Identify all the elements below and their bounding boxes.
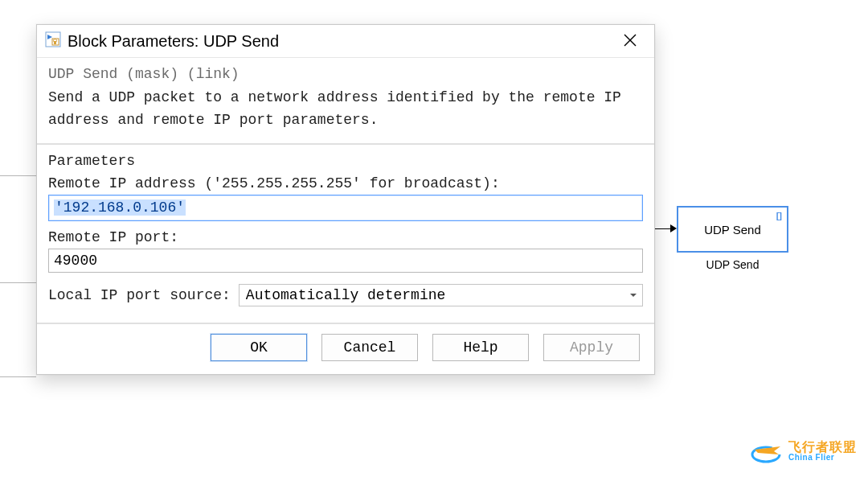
- canvas-line: [0, 175, 36, 176]
- parameters-section: Parameters Remote IP address ('255.255.2…: [37, 145, 654, 324]
- logo-text-cn: 飞行者联盟: [788, 441, 857, 454]
- block-inner-label: UDP Send: [704, 223, 761, 236]
- ok-button[interactable]: OK: [211, 334, 307, 361]
- dialog-title: Block Parameters: UDP Send: [68, 32, 279, 51]
- udp-send-block[interactable]: [] UDP Send: [677, 206, 788, 253]
- remote-ip-input[interactable]: '192.168.0.106': [48, 195, 643, 221]
- canvas-line: [0, 376, 36, 377]
- watermark-logo: 飞行者联盟 China Flier: [750, 438, 857, 464]
- block-name-label: UDP Send: [677, 258, 788, 271]
- remote-port-label: Remote IP port:: [48, 229, 643, 245]
- local-port-source-label: Local IP port source:: [48, 287, 231, 303]
- block-parameters-dialog: Block Parameters: UDP Send UDP Send (mas…: [36, 24, 655, 375]
- cancel-button[interactable]: Cancel: [321, 334, 418, 361]
- plane-icon: [750, 438, 784, 464]
- remote-port-row: Remote IP port:: [48, 229, 643, 273]
- mask-info-section: UDP Send (mask) (link) Send a UDP packet…: [37, 58, 654, 145]
- local-port-source-row: Local IP port source: Automatically dete…: [48, 284, 643, 306]
- dialog-icon: [45, 31, 61, 51]
- remote-ip-label: Remote IP address ('255.255.255.255' for…: [48, 175, 643, 191]
- mask-type-line: UDP Send (mask) (link): [48, 66, 643, 82]
- parameters-heading: Parameters: [48, 153, 643, 169]
- dialog-titlebar[interactable]: Block Parameters: UDP Send: [37, 25, 654, 58]
- logo-text-en: China Flier: [788, 454, 857, 462]
- block-input-line: [655, 228, 671, 229]
- remote-port-input[interactable]: [48, 249, 643, 273]
- block-input-arrow: [670, 224, 677, 232]
- delay-badge: []: [776, 211, 782, 220]
- apply-button[interactable]: Apply: [543, 334, 640, 361]
- local-port-source-select[interactable]: Automatically determine: [239, 284, 643, 306]
- canvas-line: [0, 282, 36, 283]
- dialog-button-bar: OK Cancel Help Apply: [37, 324, 654, 374]
- remote-ip-row: Remote IP address ('255.255.255.255' for…: [48, 175, 643, 221]
- close-button[interactable]: [617, 30, 643, 52]
- help-button[interactable]: Help: [432, 334, 529, 361]
- mask-description: Send a UDP packet to a network address i…: [48, 87, 643, 132]
